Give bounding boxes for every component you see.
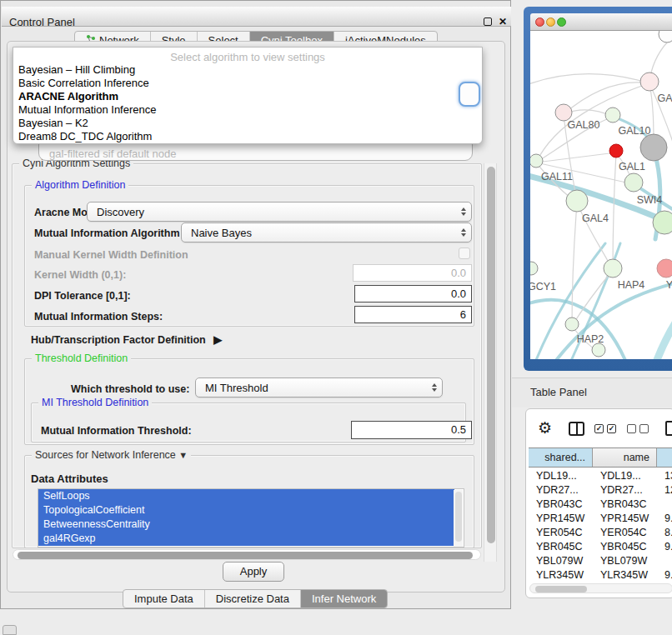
list-item[interactable]: gal4RGexp [38, 532, 454, 546]
table-horizontal-scrollbar[interactable] [529, 583, 672, 593]
node-hap2[interactable] [565, 318, 579, 331]
network-edge[interactable] [655, 311, 672, 359]
settings-horizontal-scrollbar[interactable] [13, 549, 481, 560]
node-label: GCY1 [530, 281, 556, 292]
combo-value: gal-filtered sif default node [49, 148, 176, 160]
scrollbar-thumb[interactable] [487, 167, 495, 543]
list-item[interactable]: TopologicalCoefficient [38, 503, 454, 518]
network-edge[interactable] [564, 82, 649, 114]
cell-value: 9. [657, 540, 672, 554]
apply-button[interactable]: Apply [223, 562, 284, 582]
node-salmon[interactable] [657, 259, 672, 278]
table-panel: ⚙ ✓ ✓ shared... name YDL19...YDL19...13 … [525, 408, 672, 598]
node-hap4[interactable] [604, 259, 622, 278]
list-scrollbar[interactable] [454, 490, 463, 547]
tab-label: Discretize Data [216, 592, 289, 605]
cell-value: 8. [657, 526, 672, 540]
popup-item[interactable]: Bayesian – Hill Climbing [17, 63, 475, 77]
column-header-name[interactable]: name [593, 448, 657, 467]
node-gal11[interactable] [530, 154, 543, 168]
combo-value: Discovery [97, 206, 144, 218]
stepper-icon [432, 383, 437, 392]
column-header-shared-name[interactable]: shared... [529, 448, 593, 467]
node-red[interactable] [609, 144, 623, 158]
cell-value: 12 [657, 483, 672, 498]
node-partial-top[interactable] [659, 31, 672, 42]
gear-icon[interactable]: ⚙ [538, 420, 552, 436]
which-threshold-combo[interactable]: MI Threshold [195, 378, 443, 398]
network-edge[interactable] [613, 152, 616, 270]
table-row[interactable]: YBL079WYBL079W [529, 554, 672, 568]
minimize-traffic-light[interactable] [546, 18, 555, 27]
cell-value: 9. [657, 568, 672, 582]
network-edge[interactable] [530, 74, 649, 85]
node-gal4[interactable] [566, 190, 588, 212]
popup-item[interactable]: Mutual Information Inference [17, 103, 475, 117]
which-threshold-label: Which threshold to use: [71, 382, 189, 396]
node-label: GAL4 [582, 212, 609, 224]
select-all-checkbox-icon[interactable]: ✓ [594, 424, 604, 433]
document-icon[interactable] [665, 421, 672, 436]
network-window-titlebar[interactable] [530, 13, 672, 31]
data-attributes-label: Data Attributes [31, 472, 108, 486]
table-row[interactable]: YER054CYER054C8. [529, 526, 672, 540]
deselect-all-checkbox-icon-2[interactable] [639, 424, 649, 433]
table-row[interactable]: YDL19...YDL19...13 [529, 469, 672, 483]
popup-item-selected[interactable]: ARACNE Algorithm [17, 90, 475, 103]
network-edge[interactable] [536, 152, 616, 162]
network-canvas[interactable]: GAL80 GAL10 GAL1 GAL11 SWI4 GAL4 GCY1 HA… [530, 31, 672, 359]
popup-item[interactable]: Basic Correlation Inference [17, 77, 475, 90]
close-icon[interactable]: ✕ [498, 17, 508, 27]
tab-infer-network[interactable]: Infer Network [301, 590, 387, 608]
settings-vertical-scrollbar[interactable] [484, 163, 497, 562]
cell-name: YLR345W [593, 568, 657, 582]
zoom-traffic-light[interactable] [557, 18, 566, 27]
kernel-width-field[interactable]: 0.0 [353, 264, 472, 282]
columns-icon[interactable] [569, 422, 584, 436]
hub-transcription-section[interactable]: Hub/Transcription Factor Definition ▶ [31, 333, 222, 347]
mi-algorithm-type-combo[interactable]: Naive Bayes [181, 222, 472, 242]
scrollbar-thumb[interactable] [535, 586, 587, 592]
scrollbar-thumb[interactable] [18, 552, 473, 559]
table-row[interactable]: YDR27...YDR27...12 [529, 483, 672, 498]
table-row[interactable]: YPR145WYPR145W9. [529, 512, 672, 526]
node-gal10[interactable] [605, 108, 620, 122]
aracne-mode-combo[interactable]: Discovery [87, 202, 472, 222]
hub-label: Hub/Transcription Factor Definition [31, 334, 206, 346]
popup-item[interactable]: Bayesian – K2 [17, 117, 475, 130]
node-swi4[interactable] [653, 211, 672, 234]
table-row[interactable]: YLR345WYLR345W9. [529, 568, 672, 582]
column-header-cut[interactable] [657, 448, 672, 467]
node-label: GAL80 [568, 119, 600, 131]
list-item[interactable]: SelfLoops [38, 489, 454, 503]
tab-impute-data[interactable]: Impute Data [123, 590, 205, 608]
scrollbar-thumb[interactable] [455, 492, 462, 542]
dpi-tolerance-field[interactable]: 0.0 [354, 285, 472, 302]
table-row[interactable]: YBR045CYBR045C9. [529, 540, 672, 554]
close-traffic-light[interactable] [535, 18, 544, 27]
tab-discretize-data[interactable]: Discretize Data [205, 590, 301, 608]
mi-threshold-field[interactable]: 0.5 [351, 421, 472, 439]
list-item[interactable]: BetweennessCentrality [38, 518, 454, 532]
network-edge[interactable] [572, 202, 577, 326]
node-gal80[interactable] [555, 104, 572, 121]
mi-steps-field[interactable]: 6 [354, 306, 472, 323]
node-bottom[interactable] [592, 343, 605, 357]
table-row[interactable]: YBR043CYBR043C [529, 498, 672, 512]
node-gray[interactable] [640, 134, 667, 161]
cell-name: YBL079W [593, 554, 657, 568]
network-edge[interactable] [547, 281, 672, 359]
node-gal-partial[interactable] [640, 72, 659, 91]
group-title: MI Threshold Definition [38, 397, 152, 408]
node-gal1[interactable] [624, 173, 643, 192]
sources-title[interactable]: Sources for Network Inference ▼ [32, 449, 191, 461]
deselect-all-checkbox-icon[interactable] [627, 424, 636, 433]
algorithm-combo-focus-ring[interactable] [459, 82, 480, 107]
node-gcy1[interactable] [530, 262, 538, 275]
select-all-checkbox-icon-2[interactable]: ✓ [607, 424, 616, 433]
collapse-arrow-icon: ▼ [178, 450, 188, 460]
manual-kernel-width-checkbox[interactable] [459, 248, 470, 259]
popup-item[interactable]: Dream8 DC_TDC Algorithm [17, 130, 475, 143]
float-window-icon[interactable] [484, 18, 492, 26]
minimized-panel-icon[interactable] [3, 625, 17, 635]
